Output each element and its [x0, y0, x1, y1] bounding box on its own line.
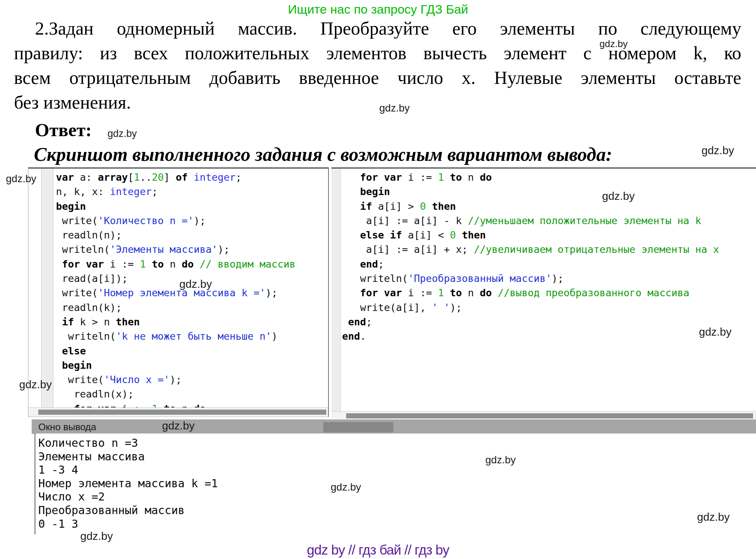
code-token: readln(x);	[56, 388, 134, 400]
code-token: );	[218, 244, 230, 255]
code-token: 0	[450, 229, 456, 241]
code-token: 1	[438, 287, 444, 298]
code-token: else	[360, 229, 384, 241]
code-editor-left-panel[interactable]: var a: array[1..20] of integer;n, k, x: …	[28, 167, 329, 417]
code-token: );	[170, 374, 182, 385]
code-token	[194, 258, 200, 270]
watermark: gdz.by	[697, 511, 729, 523]
code-token: n	[164, 258, 182, 270]
code-line: readln(n);	[56, 228, 328, 242]
promo-header: Ищите нас по запросу ГДЗ Бай	[0, 2, 756, 17]
code-line: end;	[342, 257, 756, 271]
code-token: begin	[360, 186, 390, 197]
code-token	[426, 201, 432, 212]
scrollbar-thumb[interactable]	[346, 413, 753, 418]
code-token: ' '	[432, 302, 450, 313]
watermark: gdz.by	[331, 481, 361, 493]
watermark: gdz.by	[179, 278, 212, 290]
screenshot-caption: Скриншот выполненного задания с возможны…	[34, 144, 612, 165]
code-token: i :=	[104, 258, 140, 270]
watermark: gdz.by	[108, 128, 137, 139]
code-token: read(a[i]);	[56, 273, 128, 284]
code-area-right[interactable]: for var i := 1 to n do begin if a[i] > 0…	[342, 170, 756, 409]
code-line: readln(x);	[56, 387, 328, 401]
code-token: begin	[56, 201, 86, 212]
code-token: write(	[56, 215, 98, 226]
code-token: 'k не может быть меньше n'	[116, 330, 272, 342]
task-line: без изменения.	[14, 90, 741, 115]
code-token	[378, 287, 384, 298]
code-token: [	[128, 171, 134, 183]
code-token: // вводим массив	[200, 258, 295, 270]
code-line: for var i := 1 to n do	[342, 170, 756, 184]
code-line: else	[56, 344, 328, 358]
code-token: do	[182, 258, 194, 270]
watermark: gdz.by	[80, 530, 113, 542]
code-token	[342, 316, 348, 328]
code-token: ;	[152, 186, 158, 197]
watermark: gdz.by	[602, 190, 634, 202]
code-line: end;	[342, 315, 756, 329]
code-line: writeln('k не может быть меньше n')	[56, 329, 328, 343]
horizontal-scrollbar[interactable]	[28, 407, 328, 417]
code-token: var	[56, 171, 74, 183]
code-token: );	[194, 215, 206, 226]
code-line: for var i := 1 to n do // вводим массив	[56, 257, 328, 271]
code-token: to	[450, 287, 462, 298]
code-token: writeln(	[56, 330, 116, 342]
code-token: k > n	[74, 316, 116, 328]
code-token: write(	[56, 287, 98, 298]
code-token	[342, 171, 360, 183]
output-window: Окно вывода Количество n =3Элементы масс…	[32, 420, 756, 534]
code-token	[56, 258, 62, 270]
console-line: Количество n =3	[38, 436, 756, 450]
code-line: end.	[342, 329, 756, 343]
code-token: end	[342, 330, 360, 342]
code-token: //вывод преобразованного массива	[498, 287, 689, 298]
code-token	[444, 171, 450, 183]
code-token: a[i] >	[372, 201, 420, 212]
code-token: then	[116, 316, 140, 328]
code-token: 'Элементы массива'	[110, 244, 218, 255]
code-token	[80, 258, 86, 270]
editor-gutter	[41, 169, 53, 408]
code-line: if k > n then	[56, 315, 328, 329]
code-token: var	[86, 258, 104, 270]
code-token: then	[462, 229, 486, 241]
code-line: readln(k);	[56, 300, 328, 315]
code-token: readln(n);	[56, 229, 122, 241]
code-token: a[i] := a[i] - k	[342, 215, 468, 226]
code-line: a[i] := a[i] + x; //увеличиваем отрицате…	[342, 242, 756, 256]
footer-links: gdz by // гдз бай // гдз by	[0, 542, 756, 558]
code-token: 1	[140, 258, 146, 270]
code-token: ;	[378, 258, 384, 270]
code-token: 0	[420, 201, 426, 212]
code-token: integer	[194, 171, 236, 183]
code-token: then	[432, 201, 456, 212]
code-token: 1	[438, 171, 444, 183]
code-line: if a[i] > 0 then	[342, 199, 756, 213]
code-token	[188, 171, 194, 183]
task-line: 2.Задан одномерный массив. Преобразуйте …	[14, 16, 741, 41]
code-token: ..	[140, 171, 152, 183]
code-token: writeln(	[56, 244, 110, 255]
code-token: 'Преобразованный массив'	[408, 273, 552, 284]
console-line: Номер элемента массива k =1	[38, 477, 756, 491]
code-token	[342, 229, 360, 241]
code-token: ;	[366, 316, 372, 328]
horizontal-scrollbar[interactable]	[331, 411, 756, 419]
code-token: n	[462, 287, 480, 298]
code-editor-right-panel[interactable]: for var i := 1 to n do begin if a[i] > 0…	[331, 167, 756, 419]
code-token	[444, 287, 450, 298]
code-token: 'Число x ='	[104, 374, 170, 385]
code-line: begin	[342, 184, 756, 199]
code-token: .	[360, 330, 366, 342]
code-token: 20	[152, 171, 164, 183]
scrollbar-thumb[interactable]	[38, 410, 326, 415]
code-line: var a: array[1..20] of integer;	[56, 170, 328, 184]
code-token: for	[360, 171, 378, 183]
code-token: var	[384, 287, 402, 298]
code-token	[342, 186, 360, 197]
code-token: begin	[62, 360, 92, 371]
code-token: var	[384, 171, 402, 183]
